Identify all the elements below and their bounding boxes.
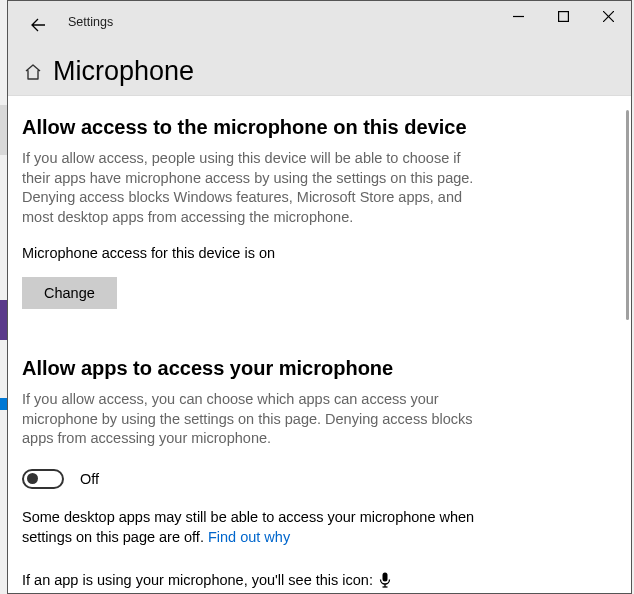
apps-access-heading: Allow apps to access your microphone <box>22 357 605 380</box>
close-button[interactable] <box>586 1 631 31</box>
mic-usage-text: If an app is using your microphone, you'… <box>22 572 373 588</box>
svg-rect-4 <box>382 572 387 581</box>
page-title: Microphone <box>53 56 194 87</box>
scrollbar-thumb[interactable] <box>626 110 629 320</box>
apps-access-description: If you allow access, you can choose whic… <box>22 390 492 449</box>
app-title: Settings <box>68 15 113 29</box>
close-icon <box>603 11 614 22</box>
mic-usage-line: If an app is using your microphone, you'… <box>22 572 605 588</box>
page-header: Microphone <box>23 56 194 87</box>
maximize-icon <box>558 11 569 22</box>
minimize-icon <box>513 11 524 22</box>
background-slivers <box>0 0 7 594</box>
svg-rect-1 <box>559 11 569 21</box>
device-access-status: Microphone access for this device is on <box>22 245 605 261</box>
toggle-state-label: Off <box>80 471 99 487</box>
device-access-heading: Allow access to the microphone on this d… <box>22 116 605 139</box>
find-out-why-link[interactable]: Find out why <box>208 529 290 545</box>
microphone-icon <box>379 572 391 588</box>
window-controls <box>496 1 631 31</box>
toggle-knob <box>27 473 38 484</box>
settings-window: Settings Microphone Allow access to the … <box>7 0 632 594</box>
home-icon[interactable] <box>23 62 43 82</box>
apps-access-toggle[interactable] <box>22 469 64 489</box>
back-arrow-icon <box>30 17 46 33</box>
desktop-apps-note: Some desktop apps may still be able to a… <box>22 507 502 548</box>
change-button[interactable]: Change <box>22 277 117 309</box>
back-button[interactable] <box>28 15 48 35</box>
content-area: Allow access to the microphone on this d… <box>8 96 631 593</box>
maximize-button[interactable] <box>541 1 586 31</box>
minimize-button[interactable] <box>496 1 541 31</box>
device-access-description: If you allow access, people using this d… <box>22 149 492 227</box>
titlebar: Settings Microphone <box>8 1 631 96</box>
